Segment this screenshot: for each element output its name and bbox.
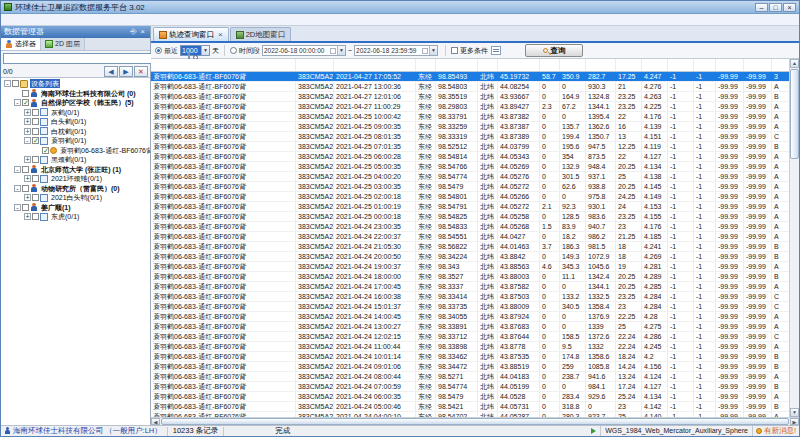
table-row[interactable]: 蓑羽鹤06-683-通红-BF6076背 383CM5A2 2021-04-24… <box>151 302 789 312</box>
table-row[interactable]: 蓑羽鹤06-683-通红-BF6076背 383CM5A2 2021-04-25… <box>151 192 789 202</box>
tree-checkbox[interactable] <box>32 213 39 220</box>
table-row[interactable]: 蓑羽鹤06-683-通红-BF6076背 383CM5A2 2021-04-24… <box>151 412 789 417</box>
tree-checkbox[interactable] <box>32 137 39 144</box>
table-row[interactable]: 蓑羽鹤06-683-通红-BF6076背 383CM5A2 2021-04-25… <box>151 202 789 212</box>
column-header[interactable] <box>478 59 498 71</box>
column-header[interactable] <box>436 59 478 71</box>
conditions-form-icon[interactable] <box>491 46 501 55</box>
expander-icon[interactable]: + <box>24 213 31 220</box>
scrollbar-thumb[interactable] <box>161 418 789 425</box>
table-row[interactable]: 蓑羽鹤06-683-通红-BF6076背 383CM5A2 2021-04-24… <box>151 242 789 252</box>
query-button[interactable]: 查询 <box>525 44 583 57</box>
expander-icon[interactable]: + <box>24 109 31 116</box>
minimize-button[interactable]: – <box>755 3 768 12</box>
time-range-radio[interactable] <box>230 47 237 54</box>
date-to-checkbox[interactable] <box>422 48 428 54</box>
tree-item[interactable]: - 北京师范大学 (张正旺) (1) <box>1 165 150 175</box>
tree-checkbox[interactable] <box>32 118 39 125</box>
table-row[interactable]: 蓑羽鹤06-683-通红-BF6076背 383CM5A2 2021-04-24… <box>151 232 789 242</box>
table-row[interactable]: 蓑羽鹤06-683-通红-BF6076背 383CM5A2 2021-04-24… <box>151 312 789 322</box>
date-from-checkbox[interactable] <box>330 48 336 54</box>
expander-icon[interactable]: + <box>24 175 31 182</box>
scroll-right-arrow[interactable]: ▶ <box>790 418 799 425</box>
tree-checkbox[interactable] <box>32 194 39 201</box>
tree-checkbox[interactable] <box>12 80 19 87</box>
tree-checkbox[interactable] <box>32 156 39 163</box>
more-conditions-checkbox[interactable] <box>451 47 458 54</box>
expander-icon[interactable]: + <box>24 156 31 163</box>
tree-checkbox[interactable] <box>42 147 49 154</box>
expander-icon[interactable]: + <box>24 128 31 135</box>
expander-icon[interactable]: + <box>24 118 31 125</box>
column-header[interactable] <box>694 59 716 71</box>
column-header[interactable] <box>642 59 668 71</box>
expander-icon[interactable]: - <box>14 185 21 192</box>
tree-item[interactable]: + 东虎(0/1) <box>1 212 150 222</box>
table-row[interactable]: 蓑羽鹤06-683-通红-BF6076背 383CM5A2 2021-04-24… <box>151 282 789 292</box>
close-button[interactable]: × <box>783 3 796 12</box>
table-row[interactable]: 蓑羽鹤06-683-通红-BF6076背 383CM5A2 2021-04-27… <box>151 82 789 92</box>
tree-item[interactable]: 海南环球佳士科技有限公司 (0) <box>1 89 150 99</box>
tree-item[interactable]: - 蓑羽鹤(0/1) <box>1 136 150 146</box>
table-row[interactable]: 蓑羽鹤06-683-通红-BF6076背 383CM5A2 2021-04-25… <box>151 162 789 172</box>
tree-item[interactable]: + 黑颈鹤(0/1) <box>1 155 150 165</box>
table-row[interactable]: 蓑羽鹤06-683-通红-BF6076背 383CM5A2 2021-04-24… <box>151 372 789 382</box>
tree-item[interactable]: - 自然保护区学校（韩玉民）(5) <box>1 98 150 108</box>
table-row[interactable]: 蓑羽鹤06-683-通红-BF6076背 383CM5A2 2021-04-25… <box>151 172 789 182</box>
table-row[interactable]: 蓑羽鹤06-683-通红-BF6076背 383CM5A2 2021-04-24… <box>151 332 789 342</box>
scrollbar-thumb[interactable] <box>790 69 799 159</box>
tree-checkbox[interactable] <box>32 175 39 182</box>
expander-icon[interactable]: - <box>24 137 31 144</box>
table-row[interactable]: 蓑羽鹤06-683-通红-BF6076背 383CM5A2 2021-04-25… <box>151 182 789 192</box>
tree-item[interactable]: + 2021白头鹎(0/1) <box>1 193 150 203</box>
table-row[interactable]: 蓑羽鹤06-683-通红-BF6076背 383CM5A2 2021-04-24… <box>151 362 789 372</box>
tree-item[interactable]: + 白枕鹤(0/1) <box>1 127 150 137</box>
scroll-left-arrow[interactable]: ◀ <box>151 418 160 425</box>
table-row[interactable]: 蓑羽鹤06-683-通红-BF6076背 383CM5A2 2021-04-24… <box>151 222 789 232</box>
left-tab[interactable]: 2D 图层 <box>41 38 85 50</box>
tree-checkbox[interactable] <box>32 109 39 116</box>
table-row[interactable]: 蓑羽鹤06-683-通红-BF6076背 383CM5A2 2021-04-24… <box>151 352 789 362</box>
table-row[interactable]: 蓑羽鹤06-683-通红-BF6076背 383CM5A2 2021-04-24… <box>151 392 789 402</box>
tree-item[interactable]: + 2021环颈雉(0/1) <box>1 174 150 184</box>
tree-item[interactable]: 蓑羽鹤06-683-通红-BF6076背 <box>1 146 150 156</box>
recent-radio[interactable] <box>155 47 162 54</box>
expander-icon[interactable]: - <box>14 204 21 211</box>
tree-item[interactable]: + 灰鹤(0/1) <box>1 108 150 118</box>
left-tab[interactable]: 选择器 <box>1 38 41 50</box>
table-row[interactable]: 蓑羽鹤06-683-通红-BF6076背 383CM5A2 2021-04-27… <box>151 72 789 82</box>
column-header[interactable] <box>498 59 540 71</box>
expander-icon[interactable]: - <box>14 99 21 106</box>
tree-checkbox[interactable] <box>22 204 29 211</box>
panel-close-icon[interactable]: × <box>138 26 147 38</box>
date-from-input[interactable]: 2022-06-18 00:00:00 ▼ <box>262 45 346 56</box>
document-tab[interactable]: 2D地图窗口 <box>230 27 292 41</box>
table-row[interactable]: 蓑羽鹤06-683-通红-BF6076背 383CM5A2 2021-04-25… <box>151 142 789 152</box>
tree-checkbox[interactable] <box>22 99 29 106</box>
tree-item[interactable]: - 动物研究所（雷富民）(0) <box>1 184 150 194</box>
date-to-input[interactable]: 2022-06-18 23:59:59 ▼ <box>354 45 438 56</box>
column-header[interactable] <box>586 59 616 71</box>
column-header[interactable] <box>416 59 436 71</box>
table-row[interactable]: 蓑羽鹤06-683-通红-BF6076背 383CM5A2 2021-04-25… <box>151 122 789 132</box>
table-row[interactable]: 蓑羽鹤06-683-通红-BF6076背 383CM5A2 2021-04-27… <box>151 92 789 102</box>
column-header[interactable] <box>151 59 296 71</box>
table-row[interactable]: 蓑羽鹤06-683-通红-BF6076背 383CM5A2 2021-04-24… <box>151 292 789 302</box>
expander-icon[interactable]: - <box>4 80 11 87</box>
next-result-button[interactable]: ▶ <box>119 66 133 77</box>
table-row[interactable]: 蓑羽鹤06-683-通红-BF6076背 383CM5A2 2021-04-24… <box>151 382 789 392</box>
tree-checkbox[interactable] <box>22 185 29 192</box>
table-row[interactable]: 蓑羽鹤06-683-通红-BF6076背 383CM5A2 2021-04-24… <box>151 272 789 282</box>
column-header[interactable] <box>560 59 586 71</box>
table-row[interactable]: 蓑羽鹤06-683-通红-BF6076背 383CM5A2 2021-04-25… <box>151 112 789 122</box>
tree-item[interactable]: - 设备列表 <box>1 79 150 89</box>
table-row[interactable]: 蓑羽鹤06-683-通红-BF6076背 383CM5A2 2021-04-25… <box>151 152 789 162</box>
table-row[interactable]: 蓑羽鹤06-683-通红-BF6076背 383CM5A2 2021-04-24… <box>151 252 789 262</box>
column-header[interactable] <box>716 59 744 71</box>
column-header[interactable] <box>334 59 416 71</box>
chevron-down-icon[interactable]: ▼ <box>337 46 345 55</box>
chevron-down-icon[interactable]: ▼ <box>429 46 437 55</box>
column-header[interactable] <box>540 59 560 71</box>
table-row[interactable]: 蓑羽鹤06-683-通红-BF6076背 383CM5A2 2021-04-24… <box>151 402 789 412</box>
table-row[interactable]: 蓑羽鹤06-683-通红-BF6076背 383CM5A2 2021-04-24… <box>151 322 789 332</box>
